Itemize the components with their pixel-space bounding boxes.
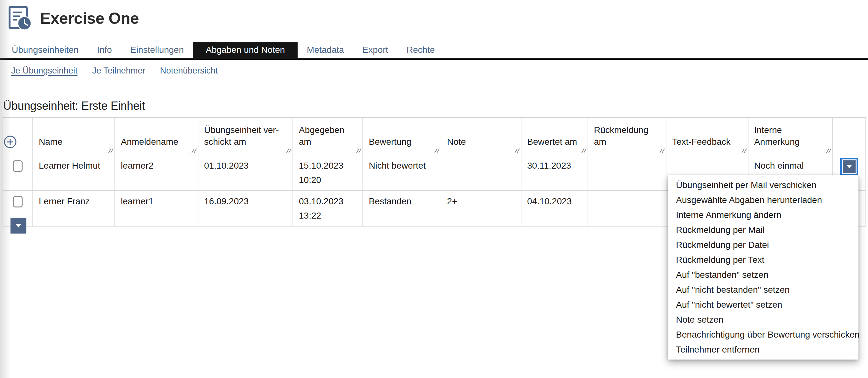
column-header-select — [3, 117, 33, 155]
column-header-label: Note — [447, 137, 466, 147]
menu-item-benachrichtigung-verschicken[interactable]: Benachrichtigung über Bewertung verschic… — [668, 327, 859, 342]
menu-item-rueckmeldung-per-mail[interactable]: Rückmeldung per Mail — [668, 223, 859, 237]
column-header-text-feedback: Text-Feedback — [666, 117, 748, 155]
column-header-label: Bewertung — [369, 137, 411, 147]
column-resize-handle-icon[interactable] — [514, 148, 520, 154]
caret-down-icon — [15, 224, 22, 228]
tab-export[interactable]: Export — [353, 42, 397, 58]
column-header-interne-anmerkung: Interne Anmerkung — [748, 117, 833, 155]
column-header-bewertung: Bewertung — [363, 117, 441, 155]
column-header-label: Bewertet am — [527, 137, 577, 147]
column-resize-handle-icon[interactable] — [285, 148, 291, 154]
tab-abgaben-und-noten[interactable]: Abgaben und Noten — [193, 42, 298, 58]
menu-item-auf-nicht-bestanden-setzen[interactable]: Auf "nicht bestanden" setzen — [668, 282, 859, 297]
app-header: Exercise One — [8, 5, 139, 32]
page: Exercise One Übungseinheiten Info Einste… — [0, 0, 868, 378]
menu-item-uebungseinheit-per-mail[interactable]: Übungseinheit per Mail verschicken — [668, 178, 859, 193]
plus-circle-icon[interactable] — [3, 135, 32, 149]
tab-bar: Übungseinheiten Info Einstellungen Abgab… — [0, 42, 868, 60]
subnav-je-teilnehmer[interactable]: Je Teilnehmer — [92, 66, 146, 76]
row-actions-menu: Übungseinheit per Mail verschicken Ausge… — [668, 175, 859, 359]
column-header-label: Rückmeldung am — [594, 125, 648, 147]
column-header-anmeldename: Anmeldename — [115, 117, 198, 155]
column-header-verschickt-am: Übungseinheit ver- schickt am — [198, 117, 293, 155]
table-actions-dropdown-button[interactable] — [10, 217, 26, 234]
column-resize-handle-icon[interactable] — [580, 148, 587, 154]
cell-name: Learner Helmut — [33, 155, 115, 191]
column-header-bewertet-am: Bewertet am — [521, 117, 588, 155]
cell-assessed-on: 04.10.2023 — [521, 191, 588, 226]
menu-item-teilnehmer-entfernen[interactable]: Teilnehmer entfernen — [668, 342, 859, 357]
caret-down-icon — [847, 165, 852, 168]
menu-item-auf-nicht-bewertet-setzen[interactable]: Auf "nicht bewertet" setzen — [668, 297, 859, 312]
cell-name: Lerner Franz — [33, 191, 115, 226]
subnav-notenuebersicht[interactable]: Notenübersicht — [160, 66, 218, 76]
menu-item-rueckmeldung-per-datei[interactable]: Rückmeldung per Datei — [668, 237, 859, 252]
cell-submitted-on: 15.10.2023 10:20 — [293, 155, 363, 191]
tab-info[interactable]: Info — [88, 42, 121, 58]
cell-login: learner1 — [115, 191, 198, 226]
row-checkbox[interactable] — [13, 161, 23, 172]
column-header-label: Interne Anmerkung — [754, 125, 800, 147]
tab-rechte[interactable]: Rechte — [397, 42, 444, 58]
row-select-cell — [3, 155, 33, 191]
column-resize-handle-icon[interactable] — [741, 148, 747, 154]
column-header-label: Text-Feedback — [672, 137, 731, 147]
column-resize-handle-icon[interactable] — [658, 148, 665, 154]
cell-feedback-on — [588, 155, 666, 191]
column-header-actions — [833, 117, 866, 155]
column-resize-handle-icon[interactable] — [355, 148, 362, 154]
cell-assessment: Bestanden — [363, 191, 441, 226]
column-header-label: Name — [39, 137, 63, 147]
subnav-je-uebungseinheit[interactable]: Je Übungseinheit — [11, 66, 78, 76]
cell-login: learner2 — [115, 155, 198, 191]
table-header-row: Name Anmeldename Übungseinheit ver- schi… — [3, 117, 866, 155]
menu-item-abgaben-herunterladen[interactable]: Ausgewählte Abgaben herunterladen — [668, 193, 859, 207]
cell-feedback-on — [588, 191, 666, 226]
menu-item-auf-bestanden-setzen[interactable]: Auf "bestanden" setzen — [668, 267, 859, 282]
tab-einstellungen[interactable]: Einstellungen — [121, 42, 193, 58]
cell-sent-on: 01.10.2023 — [198, 155, 293, 191]
cell-submitted-on: 03.10.2023 13:22 — [293, 191, 363, 226]
column-header-note: Note — [441, 117, 521, 155]
cell-grade — [441, 155, 521, 191]
cell-sent-on: 16.09.2023 — [198, 191, 293, 226]
column-resize-handle-icon[interactable] — [825, 148, 831, 154]
tab-metadata[interactable]: Metadata — [298, 42, 353, 58]
row-actions-focus-ring — [840, 158, 858, 176]
cell-grade: 2+ — [441, 191, 521, 226]
column-resize-handle-icon[interactable] — [107, 148, 114, 154]
exercise-clock-icon — [8, 6, 33, 31]
column-resize-handle-icon[interactable] — [190, 148, 197, 154]
row-checkbox[interactable] — [13, 196, 23, 207]
menu-item-note-setzen[interactable]: Note setzen — [668, 312, 859, 327]
tab-uebungseinheiten[interactable]: Übungseinheiten — [3, 42, 88, 58]
column-header-label: Übungseinheit ver- schickt am — [204, 125, 279, 147]
row-actions-dropdown-button[interactable] — [843, 161, 856, 173]
section-title: Übungseinheit: Erste Einheit — [3, 99, 145, 113]
page-title: Exercise One — [40, 9, 139, 28]
sub-nav: Je Übungseinheit Je Teilnehmer Notenüber… — [11, 66, 218, 76]
cell-assessment: Nicht bewertet — [363, 155, 441, 191]
column-resize-handle-icon[interactable] — [433, 148, 440, 154]
column-header-label: Abgegeben am — [299, 125, 344, 147]
column-header-abgegeben-am: Abgegeben am — [293, 117, 363, 155]
cell-assessed-on: 30.11.2023 — [521, 155, 588, 191]
column-header-label: Anmeldename — [121, 137, 178, 147]
column-header-name: Name — [33, 117, 115, 155]
menu-item-interne-anmerkung-aendern[interactable]: Interne Anmerkung ändern — [668, 207, 859, 223]
column-header-rueckmeldung-am: Rückmeldung am — [588, 117, 666, 155]
menu-item-rueckmeldung-per-text[interactable]: Rückmeldung per Text — [668, 252, 859, 267]
